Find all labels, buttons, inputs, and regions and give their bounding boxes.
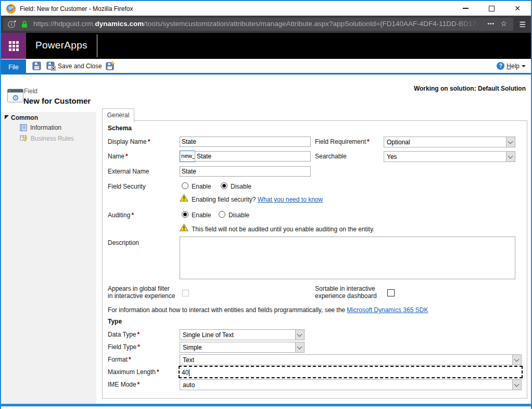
format-label: Format* [108, 356, 131, 363]
tab-general[interactable]: General [102, 108, 134, 121]
command-bar-divider [1, 73, 531, 75]
file-tab[interactable]: File [1, 59, 26, 75]
business-rules-icon [20, 134, 28, 142]
close-icon: ✕ [514, 5, 521, 12]
minimize-button[interactable] [453, 1, 478, 16]
powerapps-header: PowerApps [1, 33, 531, 59]
field-security-warning: Enabling field security? What you need t… [192, 196, 323, 203]
page-actions-icon[interactable]: ••• [487, 21, 495, 27]
data-type-select[interactable]: Single Line of Text [180, 329, 305, 340]
minimize-icon [463, 8, 468, 9]
bookmark-star-icon[interactable]: ☆ [500, 19, 507, 28]
field-requirement-label: Field Requirement* [315, 138, 370, 145]
external-name-input[interactable] [180, 166, 311, 177]
chevron-down-icon[interactable] [295, 342, 304, 352]
product-name: PowerApps [35, 40, 87, 51]
description-textarea[interactable] [180, 237, 515, 279]
display-name-input[interactable] [180, 137, 311, 147]
chevron-down-icon[interactable] [506, 152, 515, 162]
title-bar: Field: New for Customer - Mozilla Firefo… [1, 1, 531, 16]
window-border-bottom [0, 404, 532, 406]
maximum-length-input[interactable]: 40 [179, 366, 523, 378]
warning-icon [180, 224, 188, 231]
display-name-label: Display Name* [108, 138, 150, 145]
ime-mode-select[interactable]: auto [180, 379, 522, 390]
sdk-note: For information about how to interact wi… [108, 306, 428, 314]
page-info-icon[interactable] [7, 20, 18, 29]
data-type-label: Data Type* [108, 331, 140, 338]
name-input[interactable] [195, 151, 311, 162]
save-and-close-label: Save and Close [58, 63, 102, 70]
window-title: Field: New for Customer - Mozilla Firefo… [20, 5, 133, 13]
global-filter-checkbox[interactable] [182, 290, 189, 296]
svg-text:⚙: ⚙ [12, 93, 19, 102]
waffle-icon [9, 41, 19, 51]
required-asterisk: * [129, 356, 131, 363]
header-separator [97, 34, 97, 57]
schema-heading: Schema [108, 125, 132, 132]
format-select[interactable]: Text [180, 354, 522, 365]
ime-mode-label: IME Mode* [108, 381, 140, 388]
description-label: Description [108, 239, 139, 246]
auditing-warning: This field will not be audited until you… [192, 226, 374, 233]
maximize-button[interactable] [479, 1, 504, 16]
field-type-label: Field Type* [108, 343, 140, 351]
help-button[interactable]: ? Help [497, 62, 526, 70]
maximum-length-label: Maximum Length* [108, 368, 159, 376]
field-security-enable-label: Enable [192, 183, 211, 190]
field-security-disable-radio[interactable] [221, 182, 227, 189]
save-and-close-button[interactable]: Save and Close [46, 61, 102, 71]
sidebar: Common Information Business Rules [1, 112, 96, 404]
field-type-select[interactable]: Simple [180, 342, 305, 353]
dynamics-sdk-link[interactable]: Microsoft Dynamics 365 SDK [347, 306, 428, 314]
field-security-enable-radio[interactable] [182, 182, 188, 189]
expander-icon[interactable] [5, 115, 9, 119]
required-asterisk: * [367, 138, 370, 145]
close-button[interactable]: ✕ [505, 1, 530, 16]
record-type-label: Field [24, 88, 37, 95]
sidebar-item-business-rules[interactable]: Business Rules [20, 134, 74, 142]
what-you-need-to-know-link[interactable]: What you need to know [258, 196, 323, 203]
field-security-disable-label: Disable [231, 183, 251, 190]
external-name-label: External Name [108, 168, 149, 175]
help-label: Help [506, 63, 520, 70]
auditing-enable-radio[interactable] [182, 211, 188, 218]
required-asterisk: * [148, 138, 150, 145]
save-and-new-button[interactable] [106, 61, 115, 70]
help-icon: ? [497, 62, 504, 70]
chevron-down-icon[interactable] [295, 330, 304, 340]
browser-window: Field: New for Customer - Mozilla Firefo… [0, 0, 532, 409]
save-button[interactable] [32, 61, 41, 70]
firefox-icon [6, 4, 16, 14]
auditing-label: Auditing* [108, 212, 134, 219]
chevron-down-icon[interactable] [512, 355, 521, 365]
type-heading: Type [108, 318, 122, 325]
navigation-bar: https://hdpguid.crm.dynamics.com/tools/s… [1, 16, 531, 33]
sortable-checkbox[interactable] [387, 289, 395, 296]
sidebar-item-label: Business Rules [31, 135, 74, 142]
menu-hamburger-icon[interactable]: ☰ [519, 20, 526, 29]
working-on-solution: Working on solution: Default Solution [414, 85, 526, 92]
sidebar-item-label: Information [30, 124, 61, 131]
name-prefix: new_ [180, 151, 195, 162]
field-entity-icon: ⚙ [7, 87, 24, 105]
waffle-button[interactable] [1, 33, 26, 59]
auditing-disable-label: Disable [229, 212, 249, 219]
sortable-label: Sortable in interactiveexperience dashbo… [315, 285, 377, 300]
chevron-down-icon[interactable] [506, 137, 515, 147]
sidebar-item-information[interactable]: Information [20, 124, 61, 131]
searchable-select[interactable]: Yes [384, 151, 515, 162]
field-requirement-select[interactable]: Optional [384, 137, 515, 147]
https-lock-icon[interactable] [21, 20, 28, 29]
auditing-disable-radio[interactable] [219, 211, 225, 218]
command-bar: File Save and Close [1, 59, 531, 73]
required-asterisk: * [137, 331, 140, 338]
save-and-close-icon [46, 61, 56, 71]
field-security-label: Field Security [108, 183, 146, 190]
url-field[interactable]: https://hdpguid.crm.dynamics.com/tools/s… [3, 18, 513, 31]
page-title: New for Customer [23, 96, 91, 105]
sidebar-group-common[interactable]: Common [11, 114, 38, 121]
required-asterisk: * [137, 381, 140, 388]
maximize-icon [489, 6, 495, 11]
chevron-down-icon[interactable] [512, 380, 521, 390]
